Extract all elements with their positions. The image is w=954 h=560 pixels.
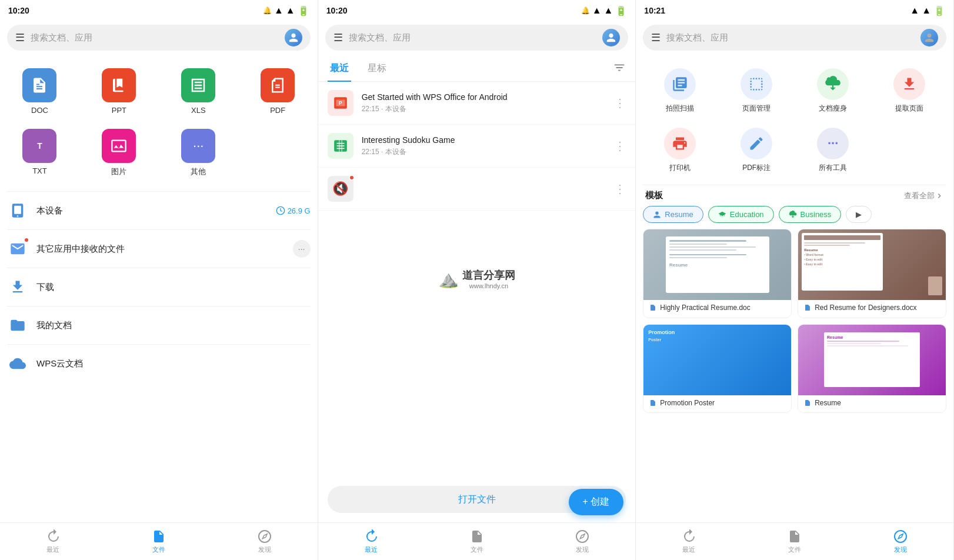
search-bar-1[interactable]: ☰ 搜索文档、应用 [7, 25, 311, 51]
nav-files-1[interactable]: 文件 [106, 523, 212, 560]
tool-extract[interactable]: 提取页面 [872, 62, 946, 119]
file3-more-btn[interactable]: ⋮ [614, 182, 626, 196]
create-fab[interactable]: + 创建 [569, 489, 624, 515]
tool-print[interactable]: 打印机 [643, 122, 717, 179]
template-card-1[interactable]: Resume Highly Practical Resume.doc [643, 229, 792, 318]
status-icons-1: 🔔 ▲ ▲ 🔋 [263, 5, 309, 16]
recent-item-3[interactable]: 🔇 ⋮ [318, 168, 636, 211]
status-bar-2: 10:20 🔔 ▲ ▲ 🔋 [318, 0, 636, 21]
nav-discover-1[interactable]: 发现 [212, 523, 318, 560]
file-type-img[interactable]: 图片 [79, 122, 159, 184]
nav-files-label-3: 文件 [788, 545, 801, 554]
nav-discover-2[interactable]: 发现 [529, 523, 635, 560]
file2-more-btn[interactable]: ⋮ [614, 139, 626, 153]
nav-recent-1[interactable]: 最近 [0, 523, 106, 560]
wifi-icon: ▲ [286, 5, 295, 16]
search-text-1[interactable]: 搜索文档、应用 [31, 32, 279, 44]
file-type-doc[interactable]: DOC [0, 61, 79, 122]
nav-recent-3[interactable]: 最近 [636, 523, 742, 560]
panel-tools: 10:21 ▲ ▲ 🔋 ☰ 搜索文档、应用 拍照扫描 页面管理 [636, 0, 954, 560]
view-all-label: 查看全部 [904, 191, 935, 201]
discover-icon-3 [893, 529, 908, 544]
bottom-nav-1: 最近 文件 发现 [0, 522, 318, 560]
received-more-btn[interactable]: ··· [293, 240, 311, 258]
notification-icon-2: 🔔 [581, 6, 590, 15]
tab-business-label: Business [800, 210, 832, 219]
file1-more-btn[interactable]: ⋮ [614, 96, 626, 110]
other-label: 其他 [191, 166, 206, 177]
battery-icon: 🔋 [298, 5, 309, 16]
tool-alltools[interactable]: ··· 所有工具 [796, 122, 870, 179]
tool-compress[interactable]: 文档瘦身 [796, 62, 870, 119]
avatar-2[interactable] [602, 29, 620, 46]
recent-icon-1 [46, 529, 60, 544]
tool-pagemgr[interactable]: 页面管理 [719, 62, 793, 119]
discover-icon-2 [575, 529, 589, 544]
file-type-pdf[interactable]: PDF [238, 61, 318, 122]
tool-pdfanno[interactable]: PDF标注 [719, 122, 793, 179]
panel-recent: 10:20 🔔 ▲ ▲ 🔋 ☰ 搜索文档、应用 最近 星标 ⛰️ 道言分享网 w… [318, 0, 636, 560]
storage-wpscloud[interactable]: WPS云文档 [7, 345, 311, 382]
extract-label: 提取页面 [895, 104, 923, 114]
status-bar-3: 10:21 ▲ ▲ 🔋 [636, 0, 953, 21]
folder-icon [7, 315, 28, 336]
template-card-2[interactable]: Resume • Word format • Easy to edit • Ea… [798, 229, 946, 318]
nav-files-3[interactable]: 文件 [742, 523, 848, 560]
nav-discover-label-3: 发现 [894, 545, 907, 554]
search-text-3[interactable]: 搜索文档、应用 [666, 32, 915, 44]
tab-recent[interactable]: 最近 [328, 56, 351, 82]
avatar-1[interactable] [285, 29, 302, 46]
nav-recent-2[interactable]: 最近 [318, 523, 424, 560]
menu-icon-1[interactable]: ☰ [15, 31, 25, 44]
other-icon: ··· [181, 129, 215, 163]
storage-mydocs[interactable]: 我的文档 [7, 306, 311, 345]
mydocs-name: 我的文档 [36, 320, 311, 331]
recent-icon-2 [364, 529, 378, 544]
received-name: 其它应用中接收的文件 [36, 244, 285, 255]
print-circle [664, 128, 696, 159]
wifi-icon-2: ▲ [604, 5, 613, 16]
storage-downloads[interactable]: 下载 [7, 268, 311, 306]
template-card-4[interactable]: Resume Resume [798, 324, 946, 414]
search-bar-3[interactable]: ☰ 搜索文档、应用 [643, 25, 946, 51]
recent-item-1[interactable]: P Get Started with WPS Office for Androi… [318, 82, 636, 125]
menu-icon-2[interactable]: ☰ [333, 31, 343, 44]
search-text-2[interactable]: 搜索文档、应用 [349, 32, 597, 44]
file-type-txt[interactable]: T TXT [0, 122, 79, 184]
template-card-3[interactable]: Promotion Poster Promotion Poster [643, 324, 792, 414]
template-tab-resume[interactable]: Resume [643, 206, 703, 223]
file-type-ppt[interactable]: PPT [79, 61, 159, 122]
svg-point-2 [17, 215, 18, 216]
nav-files-label-2: 文件 [471, 545, 483, 554]
storage-received[interactable]: 其它应用中接收的文件 ··· [7, 230, 311, 268]
storage-device[interactable]: 本设备 26.9 G [7, 192, 311, 230]
filter-icon[interactable] [613, 61, 626, 77]
tab-starred[interactable]: 星标 [365, 56, 389, 82]
search-bar-2[interactable]: ☰ 搜索文档、应用 [325, 25, 629, 51]
avatar-3[interactable] [920, 29, 938, 46]
card2-thumb: Resume • Word format • Easy to edit • Ea… [798, 229, 946, 300]
file-type-xls[interactable]: XLS [159, 61, 238, 122]
compress-circle [817, 68, 849, 100]
template-tab-education[interactable]: Education [708, 206, 774, 223]
xls-icon [181, 68, 215, 102]
template-tab-business[interactable]: Business [779, 206, 842, 223]
svg-text:P: P [339, 100, 342, 106]
pdf-icon [261, 68, 295, 102]
doc-icon [22, 68, 56, 102]
tab-more-label: ▶ [856, 210, 862, 219]
card1-thumb: Resume [643, 229, 791, 300]
pdf-label: PDF [270, 106, 285, 115]
file-type-other[interactable]: ··· 其他 [159, 122, 238, 184]
template-tab-more[interactable]: ▶ [846, 206, 872, 223]
tabs-row: 最近 星标 [318, 56, 636, 82]
status-time-1: 10:20 [8, 6, 29, 15]
nav-files-2[interactable]: 文件 [424, 523, 530, 560]
pagemgr-label: 页面管理 [742, 104, 770, 114]
view-all-btn[interactable]: 查看全部 [904, 191, 944, 201]
card4-info: Resume [798, 395, 946, 413]
open-file-label: 打开文件 [458, 494, 496, 506]
menu-icon-3[interactable]: ☰ [651, 31, 661, 44]
tool-scan[interactable]: 拍照扫描 [643, 62, 717, 119]
recent-item-2[interactable]: Interesting Sudoku Game 22:15 · 本设备 ⋮ [318, 125, 636, 168]
